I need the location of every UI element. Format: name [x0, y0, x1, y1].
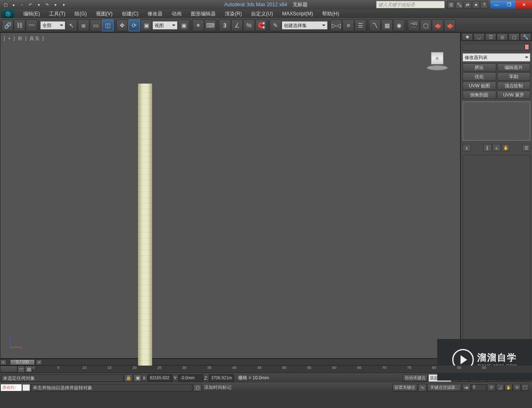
- modifier-lathe[interactable]: 车削: [497, 72, 531, 81]
- curve-editor-icon[interactable]: 〽: [369, 20, 381, 31]
- qat-more-icon[interactable]: ▾: [60, 1, 67, 8]
- script-input[interactable]: [22, 384, 30, 391]
- cylinder-object[interactable]: [138, 84, 152, 366]
- menu-maxscript[interactable]: MAXScript(M): [278, 10, 318, 18]
- track-filter-icon[interactable]: ▤: [25, 366, 32, 373]
- render-frame-icon[interactable]: ▢: [420, 20, 431, 31]
- z-input[interactable]: 3706.921m: [209, 374, 234, 382]
- minimize-button[interactable]: —: [490, 0, 503, 9]
- material-editor-icon[interactable]: ◉: [393, 20, 405, 31]
- keyboard-shortcut-icon[interactable]: ⌨: [204, 20, 216, 31]
- render-prod-icon[interactable]: 🫖: [444, 20, 456, 31]
- modifier-extrude[interactable]: 挤出: [463, 63, 496, 72]
- set-key-button[interactable]: 设置关键点: [392, 384, 417, 391]
- mini-curve-icon[interactable]: 〰: [17, 366, 25, 373]
- time-config-icon[interactable]: ⏱: [487, 384, 495, 391]
- menu-create[interactable]: 创建(C): [118, 9, 143, 19]
- subscription-icon[interactable]: ☰: [447, 1, 455, 8]
- render-icon[interactable]: 🫖: [432, 20, 443, 31]
- max-viewport-icon[interactable]: ⛶: [521, 384, 529, 391]
- move-icon[interactable]: ✥: [116, 20, 128, 31]
- app-menu-button[interactable]: ⦿: [2, 10, 14, 18]
- menu-render[interactable]: 渲染(R): [221, 9, 246, 19]
- edit-named-icon[interactable]: ✎: [270, 20, 281, 31]
- redo-dd-icon[interactable]: ▾: [52, 1, 59, 8]
- fov-icon[interactable]: ◿: [496, 384, 504, 391]
- search-input[interactable]: 键入关键字或短语: [376, 1, 445, 8]
- modifier-list-dropdown[interactable]: 修改器列表: [463, 53, 530, 62]
- menu-group[interactable]: 组(G): [70, 9, 91, 19]
- tab-display-icon[interactable]: ▢: [508, 33, 520, 41]
- viewport[interactable]: [ + ] 前 ] 真实 ] z x 前: [0, 32, 461, 359]
- isolate-icon[interactable]: ▣: [133, 374, 142, 382]
- open-icon[interactable]: ▸: [10, 1, 17, 8]
- modifier-edit-patch[interactable]: 编辑面片: [497, 63, 531, 72]
- redo-icon[interactable]: ↷: [43, 1, 51, 8]
- lock-icon[interactable]: 🔒: [124, 374, 133, 382]
- modifier-optimize[interactable]: 优化: [463, 72, 496, 81]
- timeline-next-button[interactable]: >: [36, 359, 42, 365]
- named-selection-dropdown[interactable]: 创建选择集: [282, 21, 328, 30]
- align-icon[interactable]: ≡: [342, 20, 354, 31]
- ref-coord-dropdown[interactable]: 视图: [153, 21, 177, 30]
- modifier-uvw-unwrap[interactable]: UVW 展开: [497, 91, 531, 99]
- snap-toggle-icon[interactable]: 3: [219, 20, 231, 31]
- use-center-icon[interactable]: ▣: [178, 20, 190, 31]
- render-setup-icon[interactable]: 🎬: [408, 20, 419, 31]
- select-name-icon[interactable]: ≣: [78, 20, 89, 31]
- menu-graph[interactable]: 图形编辑器: [187, 9, 220, 19]
- select-region-icon[interactable]: ▭: [90, 20, 101, 31]
- window-crossing-icon[interactable]: ◫: [102, 20, 113, 31]
- key-prev-icon[interactable]: ⏮: [462, 384, 470, 391]
- pan-icon[interactable]: ✋: [505, 384, 512, 391]
- modifier-vertex-paint[interactable]: 顶点绘制: [497, 82, 531, 90]
- tab-modify-icon[interactable]: ◡: [473, 33, 485, 41]
- exchange-icon[interactable]: ⇄: [464, 1, 471, 8]
- menu-help[interactable]: 帮助(H): [318, 9, 343, 19]
- pin-stack-icon[interactable]: ⫿: [463, 144, 471, 151]
- schematic-icon[interactable]: ▦: [381, 20, 393, 31]
- x-input[interactable]: 83165.602: [148, 374, 172, 382]
- viewcube[interactable]: 前: [427, 52, 448, 69]
- layers-icon[interactable]: ☰: [355, 20, 366, 31]
- comm-icon[interactable]: 🔧: [456, 1, 463, 8]
- timeline-prev-button[interactable]: <: [0, 359, 7, 365]
- key-filters-button[interactable]: 关键点过滤器...: [427, 384, 461, 391]
- current-frame-input[interactable]: 0: [471, 384, 486, 391]
- object-color-swatch[interactable]: [525, 44, 529, 50]
- manipulate-icon[interactable]: ✶: [192, 20, 204, 31]
- viewport-label[interactable]: [ + ] 前 ] 真实 ]: [4, 35, 44, 42]
- favorite-icon[interactable]: ★: [472, 1, 480, 8]
- spinner-snap-icon[interactable]: 🧲: [255, 20, 267, 31]
- y-input[interactable]: -0.0mm: [178, 374, 203, 382]
- select-icon[interactable]: ↖: [66, 20, 77, 31]
- track-ruler[interactable]: 051015202530354045505560657075808590: [32, 366, 532, 373]
- rollout-area[interactable]: [463, 155, 530, 357]
- track-toggle[interactable]: [0, 366, 17, 373]
- angle-snap-icon[interactable]: ∠: [231, 20, 243, 31]
- key-mode-icon[interactable]: ∿: [418, 384, 426, 391]
- undo-icon[interactable]: ↶: [27, 1, 34, 8]
- menu-views[interactable]: 视图(V): [92, 9, 117, 19]
- unlink-icon[interactable]: ⛓: [14, 20, 25, 31]
- tab-create-icon[interactable]: ✹: [462, 33, 473, 41]
- link-icon[interactable]: 🔗: [2, 20, 13, 31]
- percent-snap-icon[interactable]: %: [243, 20, 255, 31]
- add-time-tag[interactable]: 添加时间标记: [202, 384, 233, 391]
- mirror-icon[interactable]: ▷◁: [330, 20, 342, 31]
- tab-motion-icon[interactable]: ◎: [497, 33, 508, 41]
- comm-center-icon[interactable]: ▢: [193, 384, 202, 391]
- menu-modifiers[interactable]: 修改器: [143, 9, 167, 19]
- time-slider[interactable]: 0 / 100: [10, 359, 35, 365]
- menu-customize[interactable]: 自定义(U): [247, 9, 277, 19]
- rotate-icon[interactable]: ⟳: [128, 20, 140, 31]
- undo-dd-icon[interactable]: ▾: [35, 1, 42, 8]
- bind-spacewarp-icon[interactable]: 〰: [26, 20, 37, 31]
- selection-filter-dropdown[interactable]: 全部: [40, 21, 65, 30]
- tab-hierarchy-icon[interactable]: ☶: [485, 33, 496, 41]
- make-unique-icon[interactable]: ⫝: [493, 144, 501, 151]
- menu-edit[interactable]: 编辑(E): [19, 9, 44, 19]
- menu-animation[interactable]: 动画: [167, 9, 186, 19]
- scale-icon[interactable]: ▣: [140, 20, 152, 31]
- tab-utilities-icon[interactable]: 🔧: [520, 33, 531, 41]
